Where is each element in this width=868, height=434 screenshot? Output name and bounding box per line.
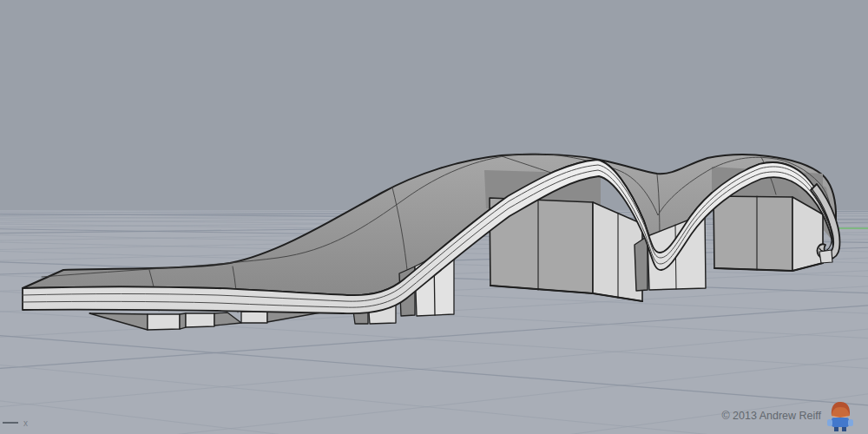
pier-box-2 <box>713 196 823 271</box>
x-axis-label: x <box>23 418 28 428</box>
modeling-viewport[interactable]: x © 2013 Andrew Reiff <box>0 0 868 434</box>
viewport-canvas[interactable]: x © 2013 Andrew Reiff <box>0 0 868 434</box>
copyright-watermark: © 2013 Andrew Reiff <box>721 410 821 422</box>
